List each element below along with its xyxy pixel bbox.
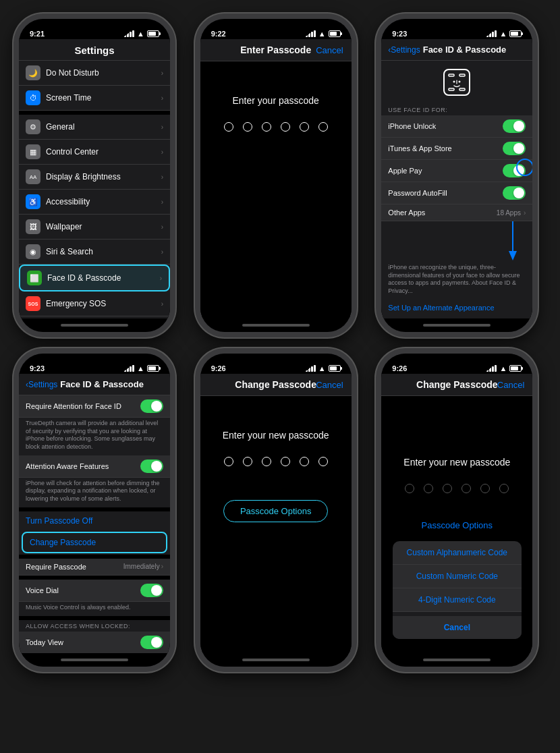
- attention-aware-row[interactable]: Attention Aware Features: [19, 455, 170, 478]
- battery-tip-6: [522, 367, 523, 370]
- itunes-appstore-toggle[interactable]: [503, 142, 526, 155]
- dot-4: [281, 122, 290, 132]
- settings-item-wallpaper[interactable]: 🖼 Wallpaper ›: [19, 215, 170, 240]
- change-passcode-btn[interactable]: Change Passcode: [22, 532, 167, 553]
- change-passcode-cancel-btn[interactable]: Cancel: [316, 380, 343, 390]
- faceid-face-icon: [443, 69, 470, 96]
- settings-item-donotdisturb[interactable]: 🌙 Do Not Disturb ›: [19, 61, 170, 86]
- dot-3: [262, 122, 271, 132]
- require-attention-lower-label: Require Attention for Face ID: [26, 402, 140, 410]
- voice-dial-row[interactable]: Voice Dial: [19, 580, 170, 602]
- wifi-icon-5: ▲: [318, 364, 326, 372]
- voice-dial-toggle[interactable]: [140, 584, 163, 597]
- wifi-icon-4: ▲: [137, 364, 144, 372]
- settings-item-siri[interactable]: ◉ Siri & Search ›: [19, 240, 170, 264]
- iphone-unlock-row[interactable]: iPhone Unlock: [381, 115, 532, 138]
- settings-item-screentime[interactable]: ⏱ Screen Time ›: [19, 86, 170, 111]
- passcode-cancel-btn[interactable]: Cancel: [316, 45, 343, 55]
- faceid-lower-title: Face ID & Passcode: [60, 379, 144, 389]
- screentime-icon: ⏱: [26, 90, 40, 105]
- home-bar-3: [423, 324, 491, 327]
- faceid-lower-back-btn[interactable]: ‹ Settings: [26, 380, 57, 389]
- passcode-header: Enter Passcode Cancel: [200, 39, 352, 61]
- require-passcode-row[interactable]: Require Passcode Immediately ›: [19, 559, 170, 576]
- phone-enter-passcode: 9:22 ▲ Enter Passcode Cancel: [195, 13, 357, 337]
- phone-settings: 9:21 ▲ Settings 🌙 Do No: [13, 13, 175, 337]
- back-label-4: Settings: [28, 380, 57, 389]
- require-attention-lower-row[interactable]: Require Attention for Face ID: [19, 395, 170, 418]
- settings-item-controlcenter[interactable]: ▦ Control Center ›: [19, 140, 170, 165]
- change-passcode-menu-cancel-btn[interactable]: Cancel: [497, 380, 524, 390]
- other-apps-value: 18 Apps: [497, 209, 521, 217]
- require-attention-desc: TrueDepth camera will provide an additio…: [19, 418, 170, 455]
- dnd-icon: 🌙: [26, 65, 40, 80]
- faceid-description: iPhone can recognize the unique, three-d…: [381, 262, 532, 300]
- faceid-chevron: ›: [160, 275, 162, 282]
- settings-item-accessibility[interactable]: ♿ Accessibility ›: [19, 190, 170, 215]
- passcode-options-label: Passcode Options: [422, 520, 493, 530]
- passcode-screen: Enter Passcode Cancel Enter your passcod…: [200, 39, 352, 318]
- other-apps-row[interactable]: Other Apps 18 Apps ›: [381, 204, 532, 221]
- four-digit-option[interactable]: 4-Digit Numeric Code: [393, 588, 521, 612]
- setup-alternate-link[interactable]: Set Up an Alternate Appearance: [381, 300, 532, 316]
- battery-3: [509, 30, 522, 37]
- dnd-label: Do Not Disturb: [46, 68, 161, 78]
- password-autofill-label: Password AutoFill: [388, 189, 503, 197]
- require-chevron: ›: [161, 563, 163, 570]
- turn-passcode-off-btn[interactable]: Turn Passcode Off: [19, 511, 170, 530]
- attention-aware-toggle[interactable]: [140, 459, 163, 473]
- apple-pay-row[interactable]: Apple Pay: [381, 160, 532, 182]
- change-passcode-menu-header: Change Passcode Cancel: [381, 374, 532, 396]
- attention-aware-desc: iPhone will check for attention before d…: [19, 478, 170, 507]
- svg-marker-8: [509, 251, 517, 260]
- notch-3: [420, 19, 494, 38]
- change-passcode-menu-screen: Change Passcode Cancel Enter your new pa…: [381, 374, 532, 653]
- time-6: 9:26: [392, 364, 407, 372]
- custom-alphanumeric-option[interactable]: Custom Alphanumeric Code: [393, 541, 521, 565]
- settings-item-faceid[interactable]: ⬜ Face ID & Passcode ›: [19, 264, 170, 291]
- iphone-unlock-toggle[interactable]: [503, 119, 526, 133]
- battery-5: [329, 365, 341, 372]
- home-indicator-5: [200, 653, 352, 667]
- mdot-2: [424, 484, 433, 493]
- home-bar-1: [61, 324, 128, 327]
- password-autofill-toggle[interactable]: [503, 186, 526, 200]
- home-indicator-6: [381, 653, 532, 667]
- itunes-appstore-row[interactable]: iTunes & App Store: [381, 138, 532, 160]
- today-view-row[interactable]: Today View: [19, 632, 170, 654]
- settings-item-sos[interactable]: SOS Emergency SOS ›: [19, 291, 170, 316]
- bar4: [495, 365, 497, 372]
- passcode-options-btn[interactable]: Passcode Options: [223, 500, 329, 522]
- bar4: [314, 365, 316, 372]
- settings-item-battery[interactable]: 🔋 Battery ›: [19, 316, 170, 318]
- settings-item-general[interactable]: ⚙ General ›: [19, 115, 170, 140]
- bar3: [492, 366, 494, 372]
- wallpaper-icon: 🖼: [26, 219, 40, 234]
- bar4: [132, 365, 134, 372]
- dnd-chevron: ›: [161, 69, 163, 77]
- custom-numeric-option[interactable]: Custom Numeric Code: [393, 565, 521, 588]
- display-icon: AA: [26, 169, 40, 184]
- change-passcode-screen: Change Passcode Cancel Enter your new pa…: [200, 374, 352, 653]
- faceid-lower-header: ‹ Settings Face ID & Passcode: [19, 374, 170, 395]
- access-icon: ♿: [26, 194, 40, 209]
- today-view-toggle[interactable]: [140, 636, 163, 649]
- menu-cancel-btn[interactable]: Cancel: [393, 612, 521, 639]
- phone-face-id-lower: 9:23 ▲ ‹ Settings Face ID & Passcode: [13, 348, 175, 672]
- faceid-screen: ‹ Settings Face ID & Passcode: [381, 39, 532, 318]
- password-autofill-row[interactable]: Password AutoFill: [381, 182, 532, 204]
- settings-item-display[interactable]: AA Display & Brightness ›: [19, 165, 170, 190]
- iphone-unlock-label: iPhone Unlock: [388, 122, 503, 130]
- voice-dial-desc: Music Voice Control is always enabled.: [19, 602, 170, 616]
- faceid-back-btn[interactable]: ‹ Settings: [388, 45, 420, 55]
- require-passcode-label: Require Passcode: [26, 563, 123, 571]
- home-indicator-3: [381, 318, 532, 332]
- arrow-container: [381, 221, 532, 262]
- apple-pay-toggle[interactable]: [503, 164, 526, 177]
- siri-label: Siri & Search: [46, 247, 161, 256]
- require-attention-lower-toggle[interactable]: [140, 399, 163, 413]
- allow-access-section: ALLOW ACCESS WHEN LOCKED:: [19, 620, 170, 632]
- mdot-1: [405, 484, 414, 493]
- cdot-4: [281, 457, 290, 466]
- access-chevron: ›: [161, 198, 163, 206]
